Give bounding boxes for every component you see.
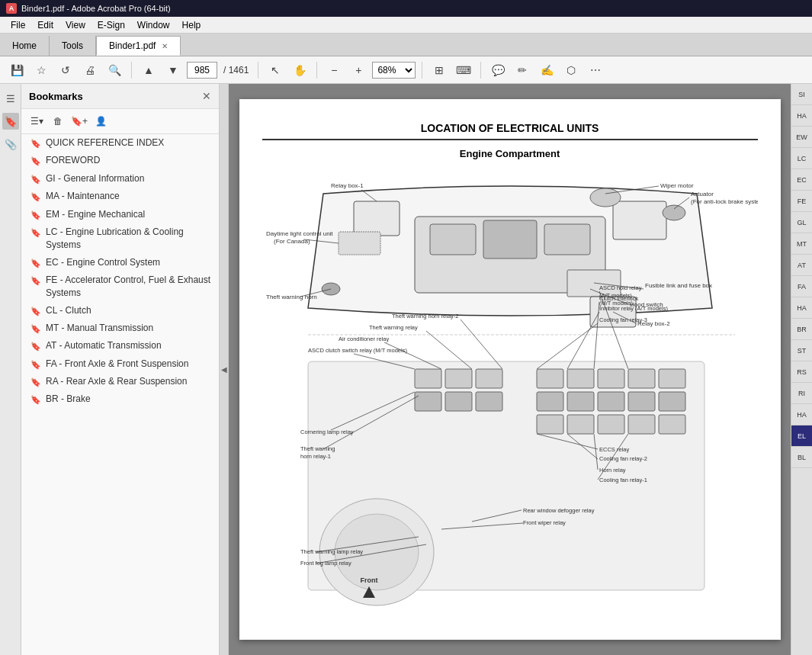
comment-button[interactable]: 💬 — [487, 59, 509, 81]
bookmarks-panel-icon[interactable]: 🔖 — [2, 113, 19, 130]
bookmark-icon: 🔖 — [30, 138, 41, 149]
sidebar-menu-button[interactable]: ☰▾ — [27, 112, 46, 130]
pdf-page: LOCATION OF ELECTRICAL UNITS Engine Comp… — [239, 99, 781, 640]
keyboard-button[interactable]: ⌨ — [453, 59, 474, 81]
svg-rect-51 — [445, 369, 472, 388]
tab-binder[interactable]: Binder1.pdf ✕ — [96, 36, 181, 56]
svg-rect-50 — [415, 369, 441, 388]
bookmark-mt[interactable]: 🔖 MT - Manual Transmission — [21, 319, 219, 337]
menu-view[interactable]: View — [59, 18, 91, 32]
svg-text:Theft warning: Theft warning — [300, 445, 335, 452]
right-label-ri[interactable]: RI — [791, 383, 812, 404]
zoom-out-button[interactable]: − — [323, 59, 345, 81]
right-label-ha2[interactable]: HA — [791, 297, 812, 319]
print-button[interactable]: 🖨 — [79, 59, 101, 81]
sidebar-find-button[interactable]: 👤 — [91, 112, 110, 130]
pdf-content-area[interactable]: LOCATION OF ELECTRICAL UNITS Engine Comp… — [229, 84, 791, 655]
next-page-button[interactable]: ▼ — [162, 59, 184, 81]
right-label-ec[interactable]: EC — [791, 169, 812, 191]
cursor-tool-button[interactable]: ↖ — [265, 59, 286, 81]
svg-text:ASCD hold relay: ASCD hold relay — [599, 284, 642, 291]
bookmark-button[interactable]: ☆ — [30, 59, 52, 81]
bookmark-icon: 🔖 — [30, 210, 41, 221]
right-label-fe[interactable]: FE — [791, 191, 812, 212]
hand-tool-button[interactable]: ✋ — [289, 59, 310, 81]
right-label-lc[interactable]: LC — [791, 148, 812, 169]
prev-page-button[interactable]: ▲ — [138, 59, 159, 81]
right-label-ha1[interactable]: HA — [791, 105, 812, 127]
right-label-br[interactable]: BR — [791, 319, 812, 340]
save-button[interactable]: 💾 — [6, 59, 27, 81]
links-panel-icon[interactable]: 📎 — [2, 136, 19, 153]
menu-esign[interactable]: E-Sign — [91, 18, 131, 32]
bookmark-ra[interactable]: 🔖 RA - Rear Axle & Rear Suspension — [21, 373, 219, 390]
find-button[interactable]: 🔍 — [104, 59, 125, 81]
right-label-ha3[interactable]: HA — [791, 404, 812, 425]
tab-tools[interactable]: Tools — [50, 36, 96, 56]
svg-rect-39 — [659, 369, 685, 388]
bookmark-icon: 🔖 — [30, 359, 41, 371]
bookmark-foreword[interactable]: 🔖 FOREWORD — [21, 152, 219, 169]
menu-bar: File Edit View E-Sign Window Help — [0, 17, 812, 34]
stamp-button[interactable]: ⬡ — [560, 59, 582, 81]
page-number-input[interactable] — [187, 62, 217, 79]
right-label-fa[interactable]: FA — [791, 276, 812, 297]
menu-window[interactable]: Window — [131, 18, 176, 32]
bookmark-fe[interactable]: 🔖 FE - Accelerator Control, Fuel & Exhau… — [21, 271, 219, 302]
zoom-select[interactable]: 50% 68% 75% 100% 125% 150% 200% — [372, 62, 416, 79]
bookmark-label: FOREWORD — [46, 154, 213, 167]
zoom-in-button[interactable]: + — [348, 59, 369, 81]
bookmark-ec[interactable]: 🔖 EC - Engine Control System — [21, 254, 219, 271]
bookmark-label: RA - Rear Axle & Rear Suspension — [46, 375, 213, 388]
bookmark-gi[interactable]: 🔖 GI - General Information — [21, 170, 219, 188]
svg-rect-5 — [354, 201, 400, 236]
undo-button[interactable]: ↺ — [55, 59, 76, 81]
right-label-gl[interactable]: GL — [791, 212, 812, 233]
right-label-st[interactable]: ST — [791, 340, 812, 361]
menu-file[interactable]: File — [5, 18, 31, 32]
separator-1 — [131, 62, 132, 79]
svg-text:Cooling fan relay-2: Cooling fan relay-2 — [599, 455, 647, 462]
bookmark-fa[interactable]: 🔖 FA - Front Axle & Front Suspension — [21, 355, 219, 373]
svg-rect-47 — [598, 415, 624, 434]
tab-home[interactable]: Home — [0, 36, 50, 56]
right-label-bl[interactable]: BL — [791, 447, 812, 468]
right-label-at[interactable]: AT — [791, 255, 812, 276]
main-area: ☰ 🔖 📎 Bookmarks ✕ ☰▾ 🗑 🔖+ 👤 🔖 QUICK REFE… — [0, 84, 812, 655]
more-button[interactable]: ⋯ — [585, 59, 606, 81]
sidebar-collapse-handle[interactable]: ◀ — [220, 84, 229, 655]
app-icon: A — [6, 3, 17, 14]
sidebar-delete-button[interactable]: 🗑 — [49, 112, 67, 130]
page-thumbnails-icon[interactable]: ☰ — [2, 90, 19, 107]
bookmark-quick-ref[interactable]: 🔖 QUICK REFERENCE INDEX — [21, 134, 219, 152]
svg-point-6 — [590, 188, 621, 207]
bookmark-cl[interactable]: 🔖 CL - Clutch — [21, 302, 219, 319]
fit-page-button[interactable]: ⊞ — [428, 59, 450, 81]
bookmark-ma[interactable]: 🔖 MA - Maintenance — [21, 188, 219, 205]
bookmark-lc[interactable]: 🔖 LC - Engine Lubrication & Cooling Syst… — [21, 223, 219, 254]
tab-close-icon[interactable]: ✕ — [162, 42, 168, 50]
bookmark-at[interactable]: 🔖 AT - Automatic Transmission — [21, 337, 219, 355]
bookmark-label: CL - Clutch — [46, 304, 213, 317]
sidebar-add-button[interactable]: 🔖+ — [70, 112, 88, 130]
right-label-rs[interactable]: RS — [791, 361, 812, 383]
draw-button[interactable]: ✍ — [536, 59, 557, 81]
svg-rect-46 — [567, 415, 594, 434]
svg-text:Front fog lamp relay: Front fog lamp relay — [300, 560, 351, 567]
svg-text:Wiper motor: Wiper motor — [660, 182, 694, 189]
menu-help[interactable]: Help — [176, 18, 207, 32]
right-label-si[interactable]: SI — [791, 84, 812, 105]
right-label-el[interactable]: EL — [791, 425, 812, 447]
sidebar-close-button[interactable]: ✕ — [202, 90, 211, 102]
bookmark-br[interactable]: 🔖 BR - Brake — [21, 390, 219, 408]
bookmark-em[interactable]: 🔖 EM - Engine Mechanical — [21, 206, 219, 223]
svg-text:Rear window defogger relay: Rear window defogger relay — [523, 507, 595, 514]
highlight-button[interactable]: ✏ — [512, 59, 533, 81]
bookmark-icon: 🔖 — [30, 377, 41, 388]
svg-rect-43 — [628, 392, 655, 411]
sidebar-toolbar: ☰▾ 🗑 🔖+ 👤 — [21, 109, 219, 134]
bookmark-icon: 🔖 — [30, 191, 41, 203]
right-label-mt[interactable]: MT — [791, 233, 812, 255]
right-label-ew[interactable]: EW — [791, 127, 812, 148]
menu-edit[interactable]: Edit — [31, 18, 59, 32]
